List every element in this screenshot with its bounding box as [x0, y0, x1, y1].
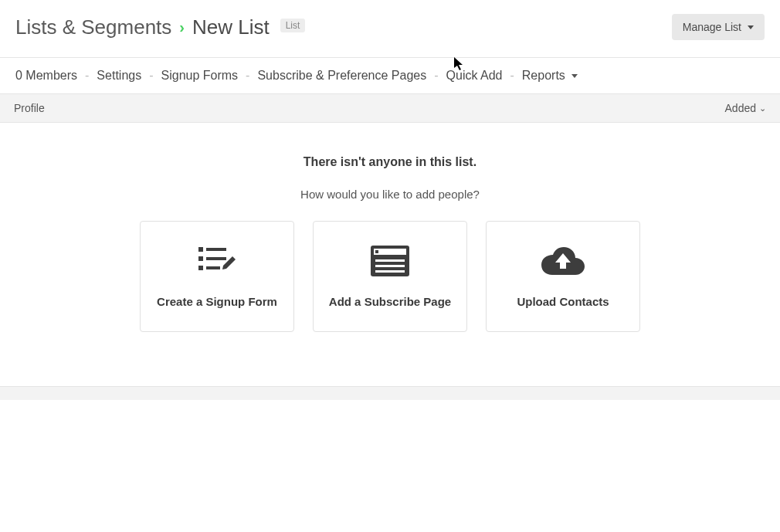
manage-list-button[interactable]: Manage List: [672, 14, 765, 40]
svg-rect-1: [206, 248, 226, 251]
table-header-row: Profile Added ⌄: [0, 93, 780, 123]
subnav-reports[interactable]: Reports: [522, 69, 578, 83]
subnav-subscribe-pages[interactable]: Subscribe & Preference Pages: [257, 69, 426, 83]
empty-state: There isn't anyone in this list. How wou…: [0, 123, 780, 386]
subnav-quick-add[interactable]: Quick Add: [446, 69, 503, 83]
page-title: New List: [192, 15, 270, 39]
svg-rect-11: [375, 265, 405, 267]
svg-rect-4: [198, 266, 203, 270]
subnav-settings[interactable]: Settings: [97, 69, 141, 83]
create-signup-form-card[interactable]: Create a Signup Form: [140, 221, 294, 332]
card-label: Upload Contacts: [517, 295, 609, 308]
footer-bar: [0, 386, 780, 400]
sub-navigation: 0 Members - Settings - Signup Forms - Su…: [0, 58, 780, 93]
subnav-signup-forms[interactable]: Signup Forms: [161, 69, 239, 83]
subnav-separator: -: [246, 69, 249, 83]
upload-contacts-card[interactable]: Upload Contacts: [486, 221, 640, 332]
subnav-separator: -: [510, 69, 514, 83]
card-label: Add a Subscribe Page: [329, 295, 451, 308]
manage-list-label: Manage List: [683, 21, 741, 33]
svg-rect-5: [206, 266, 220, 269]
empty-state-subtitle: How would you like to add people?: [0, 188, 780, 201]
breadcrumb: Lists & Segments › New List List: [15, 15, 305, 39]
empty-state-cards: Create a Signup Form Add a Subscribe Pag…: [0, 221, 780, 371]
subnav-separator: -: [149, 69, 153, 83]
caret-down-icon: [748, 25, 754, 29]
page-form-icon: [371, 246, 409, 280]
svg-rect-9: [375, 250, 378, 253]
svg-rect-12: [375, 270, 405, 273]
page-header: Lists & Segments › New List List Manage …: [0, 0, 780, 57]
column-header-added-label: Added: [725, 102, 756, 114]
add-subscribe-page-card[interactable]: Add a Subscribe Page: [313, 221, 467, 332]
empty-state-title: There isn't anyone in this list.: [0, 155, 780, 169]
caret-down-icon: [571, 74, 578, 78]
subnav-reports-label: Reports: [522, 69, 565, 82]
svg-rect-10: [375, 259, 405, 262]
svg-rect-3: [206, 257, 226, 260]
svg-rect-0: [198, 247, 203, 252]
list-type-badge: List: [280, 19, 306, 32]
column-header-added[interactable]: Added ⌄: [725, 102, 766, 114]
subnav-members[interactable]: 0 Members: [15, 69, 77, 83]
subnav-separator: -: [434, 69, 438, 83]
chevron-down-icon: ⌄: [759, 103, 766, 114]
form-list-icon: [198, 246, 236, 280]
svg-rect-2: [198, 256, 203, 261]
breadcrumb-root-link[interactable]: Lists & Segments: [15, 15, 171, 39]
subnav-separator: -: [85, 69, 89, 83]
svg-rect-8: [374, 249, 406, 255]
chevron-right-icon: ›: [179, 19, 185, 36]
cloud-upload-icon: [541, 246, 585, 280]
column-header-profile: Profile: [14, 102, 45, 114]
card-label: Create a Signup Form: [157, 295, 277, 308]
